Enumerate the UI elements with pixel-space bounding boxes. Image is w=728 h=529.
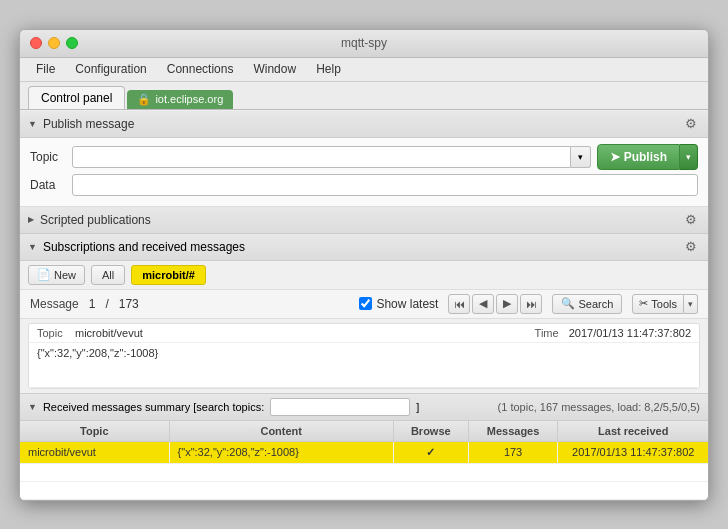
new-icon: 📄 bbox=[37, 268, 51, 281]
subscriptions-title: Subscriptions and received messages bbox=[43, 240, 245, 254]
tabs-bar: Control panel 🔒 iot.eclipse.org bbox=[20, 82, 708, 110]
menu-connections[interactable]: Connections bbox=[159, 60, 242, 78]
table-row-empty-1 bbox=[20, 464, 708, 482]
td-browse: ✓ bbox=[394, 442, 469, 463]
data-label: Data bbox=[30, 178, 66, 192]
summary-stats: (1 topic, 167 messages, load: 8,2/5,5/0,… bbox=[498, 401, 700, 413]
all-tab[interactable]: All bbox=[91, 265, 125, 285]
tab-connection[interactable]: 🔒 iot.eclipse.org bbox=[127, 90, 233, 109]
close-button[interactable] bbox=[30, 37, 42, 49]
nav-prev[interactable]: ◀ bbox=[472, 294, 494, 314]
nav-first[interactable]: ⏮ bbox=[448, 294, 470, 314]
message-separator: / bbox=[105, 297, 108, 311]
summary-title: Received messages summary [search topics… bbox=[43, 401, 264, 413]
tab-control-panel[interactable]: Control panel bbox=[28, 86, 125, 109]
topic-input-wrap: ▾ bbox=[72, 146, 591, 168]
menubar: File Configuration Connections Window He… bbox=[20, 58, 708, 82]
topic-row: Topic ▾ ➤ Publish ▾ bbox=[30, 144, 698, 170]
main-window: mqtt-spy File Configuration Connections … bbox=[19, 29, 709, 501]
data-row: Data bbox=[30, 174, 698, 196]
th-content: Content bbox=[170, 421, 394, 441]
tools-icon: ✂ bbox=[639, 297, 648, 310]
nav-next[interactable]: ▶ bbox=[496, 294, 518, 314]
publish-section-body: Topic ▾ ➤ Publish ▾ Data bbox=[20, 138, 708, 207]
publish-section-header: ▼ Publish message ⚙ bbox=[20, 110, 708, 138]
tools-button[interactable]: ✂ Tools bbox=[632, 294, 684, 314]
table-container: Topic Content Browse Messages Last recei… bbox=[20, 421, 708, 500]
publish-btn-wrap: ➤ Publish ▾ bbox=[597, 144, 698, 170]
th-topic: Topic bbox=[20, 421, 170, 441]
subscriptions-gear-button[interactable]: ⚙ bbox=[682, 238, 700, 256]
message-label: Message bbox=[30, 297, 79, 311]
topic-label: Topic bbox=[30, 150, 66, 164]
nav-last[interactable]: ⏭ bbox=[520, 294, 542, 314]
table-row[interactable]: microbit/vevut {"x":32,"y":208,"z":-1008… bbox=[20, 442, 708, 464]
topic-input[interactable] bbox=[72, 146, 571, 168]
publish-label: Publish bbox=[624, 150, 667, 164]
detail-topic-value: microbit/vevut bbox=[75, 327, 529, 339]
tab-connection-label: iot.eclipse.org bbox=[155, 93, 223, 105]
data-input[interactable] bbox=[72, 174, 698, 196]
table-header: Topic Content Browse Messages Last recei… bbox=[20, 421, 708, 442]
scripted-gear-button[interactable]: ⚙ bbox=[682, 211, 700, 229]
microbit-tab[interactable]: microbit/# bbox=[131, 265, 206, 285]
menu-help[interactable]: Help bbox=[308, 60, 349, 78]
lock-icon: 🔒 bbox=[137, 93, 151, 106]
new-label: New bbox=[54, 269, 76, 281]
search-button[interactable]: 🔍 Search bbox=[552, 294, 622, 314]
td-last-received: 2017/01/13 11:47:37:802 bbox=[558, 442, 708, 463]
subscriptions-section-header: ▼ Subscriptions and received messages ⚙ bbox=[20, 234, 708, 261]
tools-dropdown-btn[interactable]: ▾ bbox=[684, 294, 698, 314]
publish-icon: ➤ bbox=[610, 150, 620, 164]
detail-data-area: {"x":32,"y":208,"z":-1008} bbox=[29, 343, 699, 388]
th-messages: Messages bbox=[469, 421, 559, 441]
window-title: mqtt-spy bbox=[341, 36, 387, 50]
show-latest-checkbox[interactable] bbox=[359, 297, 372, 310]
scripted-expand-triangle[interactable]: ▶ bbox=[28, 215, 34, 224]
summary-collapse-triangle[interactable]: ▼ bbox=[28, 402, 37, 412]
detail-topic-row: Topic microbit/vevut Time 2017/01/13 11:… bbox=[29, 324, 699, 343]
detail-time-label: Time bbox=[535, 327, 559, 339]
search-icon: 🔍 bbox=[561, 297, 575, 310]
traffic-lights bbox=[30, 37, 78, 49]
publish-dropdown-btn[interactable]: ▾ bbox=[680, 144, 698, 170]
show-latest-label: Show latest bbox=[376, 297, 438, 311]
new-subscription-button[interactable]: 📄 New bbox=[28, 265, 85, 285]
publish-gear-button[interactable]: ⚙ bbox=[682, 115, 700, 133]
menu-window[interactable]: Window bbox=[245, 60, 304, 78]
message-current: 1 bbox=[89, 297, 96, 311]
maximize-button[interactable] bbox=[66, 37, 78, 49]
minimize-button[interactable] bbox=[48, 37, 60, 49]
td-content: {"x":32,"y":208,"z":-1008} bbox=[170, 442, 394, 463]
scripted-title: Scripted publications bbox=[40, 213, 151, 227]
menu-configuration[interactable]: Configuration bbox=[67, 60, 154, 78]
table-row-empty-2 bbox=[20, 482, 708, 500]
search-topics-input[interactable] bbox=[270, 398, 410, 416]
td-topic: microbit/vevut bbox=[20, 442, 170, 463]
detail-section: Topic microbit/vevut Time 2017/01/13 11:… bbox=[28, 323, 700, 389]
summary-left: ▼ Received messages summary [search topi… bbox=[28, 398, 419, 416]
subscriptions-collapse-triangle[interactable]: ▼ bbox=[28, 242, 37, 252]
titlebar: mqtt-spy bbox=[20, 30, 708, 58]
topic-dropdown-btn[interactable]: ▾ bbox=[571, 146, 591, 168]
search-label: Search bbox=[578, 298, 613, 310]
nav-buttons: ⏮ ◀ ▶ ⏭ bbox=[448, 294, 542, 314]
th-browse: Browse bbox=[394, 421, 469, 441]
message-row: Message 1 / 173 Show latest ⏮ ◀ ▶ ⏭ 🔍 Se… bbox=[20, 290, 708, 319]
collapse-triangle[interactable]: ▼ bbox=[28, 119, 37, 129]
tools-btn-group: ✂ Tools ▾ bbox=[632, 294, 698, 314]
content-area: ▼ Publish message ⚙ Topic ▾ ➤ Publish ▾ bbox=[20, 110, 708, 500]
summary-header: ▼ Received messages summary [search topi… bbox=[20, 393, 708, 421]
show-latest-wrap: Show latest bbox=[359, 297, 438, 311]
publish-button[interactable]: ➤ Publish bbox=[597, 144, 680, 170]
td-messages: 173 bbox=[469, 442, 559, 463]
detail-time-value: 2017/01/13 11:47:37:802 bbox=[569, 327, 691, 339]
message-total: 173 bbox=[119, 297, 139, 311]
summary-close-bracket: ] bbox=[416, 401, 419, 413]
th-last-received: Last received bbox=[558, 421, 708, 441]
detail-topic-label: Topic bbox=[37, 327, 69, 339]
menu-file[interactable]: File bbox=[28, 60, 63, 78]
publish-section-title: Publish message bbox=[43, 117, 134, 131]
detail-data-value: {"x":32,"y":208,"z":-1008} bbox=[37, 347, 158, 359]
tools-label: Tools bbox=[651, 298, 677, 310]
